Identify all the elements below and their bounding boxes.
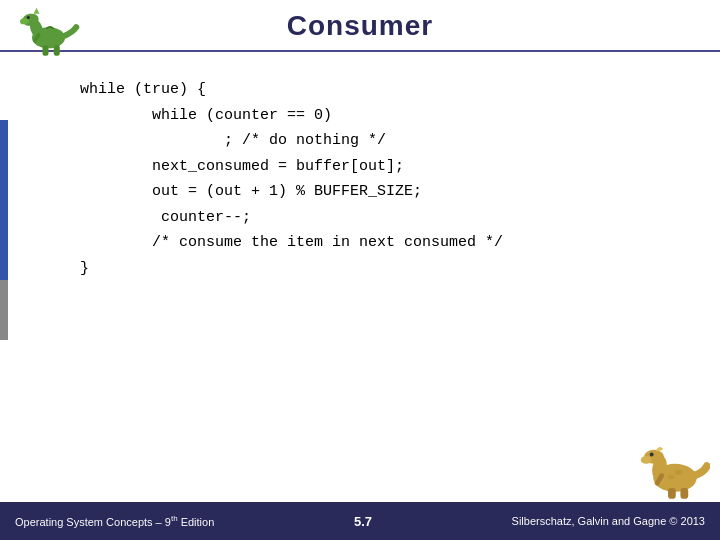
footer-dino-icon — [640, 442, 710, 502]
svg-point-5 — [27, 16, 30, 19]
svg-point-12 — [641, 456, 652, 464]
svg-point-13 — [650, 453, 654, 457]
footer-edition: Operating System Concepts – 9th Edition — [15, 514, 214, 528]
svg-point-17 — [675, 470, 683, 475]
main-content: while (true) { while (counter == 0) ; /*… — [0, 52, 720, 291]
svg-rect-7 — [54, 45, 60, 56]
code-line-7: /* consume the item in next consumed */ — [80, 230, 680, 256]
svg-rect-14 — [668, 488, 676, 499]
page-title: Consumer — [287, 10, 433, 42]
svg-point-18 — [668, 475, 674, 479]
footer: Operating System Concepts – 9th Edition … — [0, 502, 720, 540]
code-line-8: } — [80, 256, 680, 282]
code-line-4: next_consumed = buffer[out]; — [80, 154, 680, 180]
code-block: while (true) { while (counter == 0) ; /*… — [80, 77, 680, 281]
code-line-5: out = (out + 1) % BUFFER_SIZE; — [80, 179, 680, 205]
svg-rect-15 — [680, 488, 688, 499]
svg-rect-6 — [43, 45, 49, 56]
header: Consumer — [0, 0, 720, 52]
code-line-1: while (true) { — [80, 77, 680, 103]
code-line-6: counter--; — [80, 205, 680, 231]
code-line-3: ; /* do nothing */ — [80, 128, 680, 154]
svg-marker-4 — [34, 8, 40, 14]
code-line-2: while (counter == 0) — [80, 103, 680, 129]
accent-bar-gray — [0, 280, 8, 340]
accent-bar-blue — [0, 120, 8, 280]
header-dino-icon — [20, 5, 80, 60]
footer-page-number: 5.7 — [354, 514, 372, 529]
footer-copyright: Silberschatz, Galvin and Gagne © 2013 — [512, 515, 705, 527]
